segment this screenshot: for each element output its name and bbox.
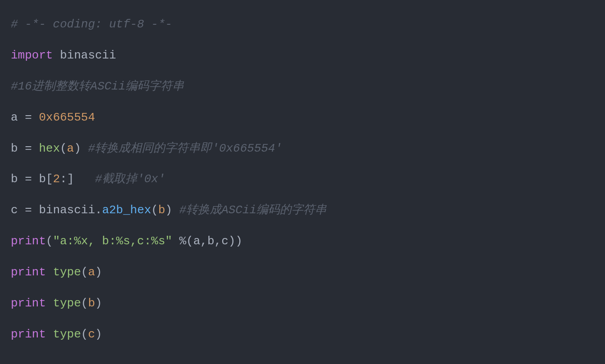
code-line-6[interactable]: b = b[2:] #截取掉'0x': [11, 164, 594, 195]
keyword-print: print: [11, 265, 46, 279]
builtin-type: type: [53, 297, 81, 310]
operator-assign: =: [25, 142, 39, 155]
comma: ,: [200, 234, 207, 248]
operator-assign: =: [25, 172, 39, 186]
slice-index: 2: [53, 172, 60, 186]
code-line-11[interactable]: print type(c): [11, 319, 594, 350]
operator-assign: =: [25, 203, 39, 217]
builtin-type: type: [53, 265, 81, 279]
paren-close: ): [235, 234, 242, 248]
whitespace: [46, 297, 53, 310]
arg-c: c: [221, 234, 229, 248]
arg-c: c: [88, 328, 95, 341]
bracket-open: [: [46, 172, 53, 186]
code-line-3[interactable]: #16进制整数转ASCii编码字符串: [11, 71, 594, 102]
slice-colon: :: [60, 172, 67, 186]
module-ref-binascii: binascii: [39, 203, 95, 217]
operator-assign: =: [25, 111, 39, 124]
method-a2b-hex: a2b_hex: [102, 203, 151, 217]
code-line-2[interactable]: import binascii: [11, 40, 594, 71]
format-string: "a:%x, b:%s,c:%s": [53, 234, 172, 248]
paren-open: (: [81, 328, 88, 341]
whitespace: [46, 328, 53, 341]
code-line-10[interactable]: print type(b): [11, 288, 594, 319]
paren-close: ): [95, 265, 102, 279]
variable-b: b: [11, 172, 25, 186]
paren-close: ): [74, 142, 81, 155]
paren-close: ): [95, 328, 102, 341]
builtin-hex: hex: [39, 142, 60, 155]
variable-b-ref: b: [39, 172, 46, 186]
paren-open: (: [81, 265, 88, 279]
variable-b: b: [11, 142, 25, 155]
bracket-close: ]: [67, 172, 74, 186]
dot-accessor: .: [95, 203, 102, 217]
paren-open: (: [151, 203, 158, 217]
arg-b: b: [207, 234, 215, 248]
comment-convert-ascii: #转换成ASCii编码的字符串: [172, 203, 327, 217]
builtin-type: type: [53, 328, 81, 341]
code-line-7[interactable]: c = binascii.a2b_hex(b) #转换成ASCii编码的字符串: [11, 195, 594, 226]
keyword-print: print: [11, 297, 46, 310]
paren-open: (: [81, 297, 88, 310]
keyword-import: import: [11, 49, 53, 62]
keyword-print: print: [11, 234, 46, 248]
code-editor[interactable]: # -*- coding: utf-8 -*- import binascii …: [11, 9, 594, 350]
paren-close: ): [95, 297, 102, 310]
arg-b: b: [88, 297, 95, 310]
code-line-1[interactable]: # -*- coding: utf-8 -*-: [11, 9, 594, 40]
arg-b: b: [158, 203, 166, 217]
variable-a: a: [11, 111, 25, 124]
module-binascii: binascii: [53, 49, 116, 62]
paren-open: (: [46, 234, 53, 248]
comment-strip-prefix: #截取掉'0x': [95, 172, 165, 186]
whitespace: [74, 172, 95, 186]
paren-close: ): [165, 203, 172, 217]
paren-close: ): [229, 234, 236, 248]
number-hex: 0x665554: [39, 111, 95, 124]
comment-convert-string: #转换成相同的字符串即'0x665554': [81, 142, 282, 155]
code-line-8[interactable]: print("a:%x, b:%s,c:%s" %(a,b,c)): [11, 226, 594, 257]
whitespace: [46, 265, 53, 279]
arg-a: a: [67, 142, 74, 155]
arg-a: a: [193, 234, 201, 248]
paren-open: (: [60, 142, 67, 155]
whitespace: [172, 234, 179, 248]
operator-percent: %: [179, 234, 186, 248]
code-line-5[interactable]: b = hex(a) #转换成相同的字符串即'0x665554': [11, 133, 594, 164]
code-line-4[interactable]: a = 0x665554: [11, 102, 594, 133]
comma: ,: [215, 234, 222, 248]
variable-c: c: [11, 203, 25, 217]
comment-encoding: # -*- coding: utf-8 -*-: [11, 18, 172, 31]
paren-open: (: [186, 234, 193, 248]
keyword-print: print: [11, 328, 46, 341]
arg-a: a: [88, 265, 95, 279]
code-line-9[interactable]: print type(a): [11, 257, 594, 288]
comment-hex-to-ascii: #16进制整数转ASCii编码字符串: [11, 80, 184, 93]
